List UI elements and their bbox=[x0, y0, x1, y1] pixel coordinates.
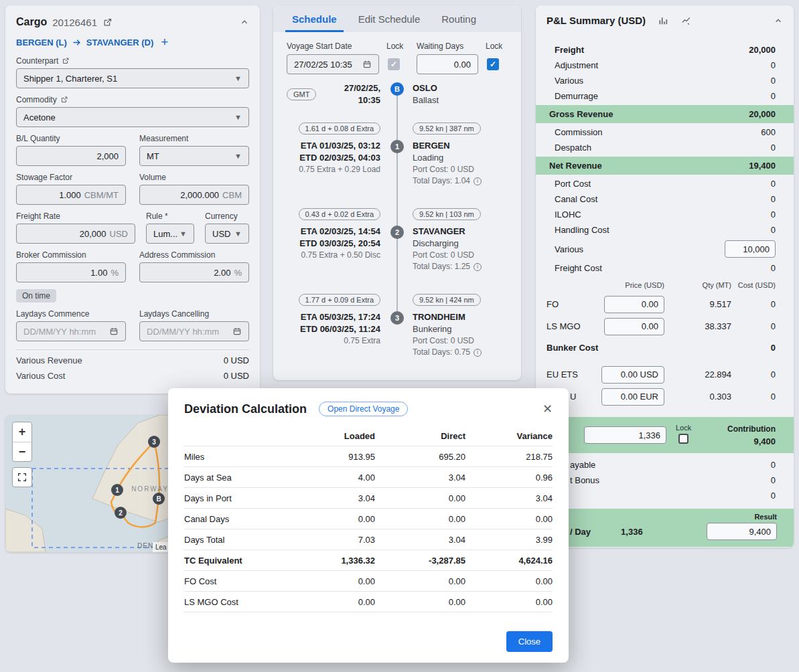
total-days: Total Days: 1.04 bbox=[413, 176, 470, 185]
various-cost-label: Various Cost bbox=[16, 371, 65, 381]
info-icon[interactable]: i bbox=[474, 177, 482, 185]
address-commission-input[interactable]: 2.00 % bbox=[139, 262, 249, 282]
currency-select[interactable]: USD ▼ bbox=[205, 224, 249, 244]
rule-label: Rule * bbox=[146, 212, 168, 221]
freight-rate-unit: USD bbox=[110, 229, 128, 239]
laydays-commence-input[interactable]: DD/MM/YY hh:mm bbox=[16, 321, 126, 341]
eta: ETA 01/03/25, 03:12 bbox=[287, 140, 380, 152]
result-header: Result bbox=[547, 513, 777, 521]
address-commission-value: 2.00 bbox=[214, 268, 230, 278]
bar-chart-icon[interactable] bbox=[658, 15, 668, 26]
tab-routing[interactable]: Routing bbox=[431, 5, 487, 32]
leg-speed-chip: 9.52 kn | 103 nm bbox=[413, 208, 481, 220]
pnl-row: Freight Cost0 bbox=[536, 260, 794, 276]
map-country-label: NORWAY bbox=[131, 485, 169, 493]
leg-duration-chip: 1.77 d + 0.09 d Extra bbox=[299, 294, 380, 306]
laydays-cancelling-input[interactable]: DD/MM/YY hh:mm bbox=[139, 321, 249, 341]
pnl-row: Freight20,000 bbox=[536, 42, 794, 58]
pnl-row-net-revenue: Net Revenue19,400 bbox=[536, 157, 794, 175]
calendar-icon[interactable] bbox=[232, 327, 242, 336]
table-row-tc-equivalent: TC Equivalent1,336.32-3,287.854,624.16 bbox=[184, 550, 553, 571]
open-counterpart-icon[interactable] bbox=[62, 57, 70, 65]
commodity-label: Commodity bbox=[16, 95, 57, 104]
info-icon[interactable]: i bbox=[474, 349, 482, 357]
counterpart-select[interactable]: Shipper 1, Charterer, S1 ▼ bbox=[16, 68, 249, 88]
timeline-leg: 1.77 d + 0.09 d Extra 9.52 kn | 424 nm bbox=[287, 294, 508, 306]
timeline-leg: 0.43 d + 0.02 d Extra 9.52 kn | 103 nm bbox=[287, 208, 508, 220]
open-cargo-icon[interactable] bbox=[102, 17, 113, 27]
broker-commission-input[interactable]: 1.00 % bbox=[16, 262, 126, 282]
route-to-link[interactable]: STAVANGER (D) bbox=[86, 37, 153, 48]
measurement-select[interactable]: MT ▼ bbox=[139, 146, 249, 166]
calendar-icon[interactable] bbox=[109, 327, 119, 336]
port-activity: Discharging bbox=[413, 238, 508, 250]
ets-row-partial: U 0.00 EUR 0.303 0 bbox=[547, 386, 776, 408]
route-from-link[interactable]: BERGEN (L) bbox=[16, 37, 67, 48]
line-chart-icon[interactable] bbox=[680, 15, 693, 26]
various-cost-input[interactable]: 10,000 bbox=[725, 240, 776, 258]
waiting-days-input[interactable]: 0.00 bbox=[417, 54, 478, 74]
port-name: OSLO bbox=[413, 82, 508, 94]
contribution-label: Contribution bbox=[727, 424, 776, 434]
eur-price-input[interactable]: 0.00 EUR bbox=[601, 388, 664, 406]
lsmgo-price-input[interactable]: 0.00 bbox=[604, 318, 664, 335]
timeline-stop-trondheim: ETA 05/03/25, 17:24 ETD 06/03/25, 11:24 … bbox=[287, 311, 508, 373]
address-commission-label: Address Commission bbox=[139, 250, 215, 260]
contribution-lock-checkbox[interactable] bbox=[678, 434, 688, 444]
freight-rate-input[interactable]: 20,000 USD bbox=[16, 224, 135, 244]
open-direct-voyage-button[interactable]: Open Direct Voyage bbox=[319, 402, 408, 416]
various-revenue-value: 0 USD bbox=[224, 355, 249, 365]
col-loaded: Loaded bbox=[285, 431, 375, 441]
leg-speed-chip: 9.52 kn | 424 nm bbox=[413, 294, 481, 306]
tce-input[interactable]: 1,336 bbox=[584, 426, 666, 444]
port-cost: Port Cost: 0 USD bbox=[413, 164, 508, 175]
zoom-out-button[interactable]: − bbox=[13, 442, 31, 461]
volume-input[interactable]: 2,000.000 CBM bbox=[139, 185, 249, 205]
close-icon[interactable]: ✕ bbox=[542, 403, 553, 415]
tab-edit-schedule[interactable]: Edit Schedule bbox=[348, 5, 431, 32]
voyage-start-label: Voyage Start Date bbox=[287, 41, 379, 51]
chevron-down-icon: ▼ bbox=[234, 152, 242, 160]
bl-quantity-input[interactable]: 2,000 bbox=[16, 146, 126, 166]
fo-price-input[interactable]: 0.00 bbox=[604, 296, 664, 313]
pnl-row: Commission600 bbox=[536, 124, 794, 140]
freight-rate-label: Freight Rate bbox=[16, 212, 60, 221]
counterpart-label: Counterpart bbox=[16, 56, 58, 66]
pnl-row: Port Cost0 bbox=[536, 176, 794, 191]
bunker-cost-total: Bunker Cost 0 bbox=[536, 337, 794, 355]
port-cost: Port Cost: 0 USD bbox=[413, 335, 508, 347]
modal-title: Deviation Calculation bbox=[184, 402, 307, 416]
svg-text:B: B bbox=[156, 495, 161, 503]
voyage-start-input[interactable]: 27/02/25 10:35 bbox=[287, 54, 379, 74]
pnl-row-partial: 0 bbox=[536, 488, 794, 503]
rule-select[interactable]: Lum... ▼ bbox=[146, 224, 194, 244]
table-row: Miles913.95695.20218.75 bbox=[184, 446, 553, 467]
open-commodity-icon[interactable] bbox=[60, 96, 68, 104]
stop-marker-3: 3 bbox=[390, 311, 404, 325]
zoom-in-button[interactable]: + bbox=[13, 422, 31, 442]
collapse-cargo-icon[interactable] bbox=[240, 17, 249, 27]
eu-ets-price-input[interactable]: 0.00 USD bbox=[601, 366, 664, 384]
map-marker-b: B bbox=[153, 493, 165, 505]
add-port-button[interactable]: + bbox=[161, 35, 168, 50]
etd: ETD 02/03/25, 04:03 bbox=[287, 152, 380, 164]
map-den-label: DEN bbox=[137, 542, 153, 550]
calendar-icon[interactable] bbox=[362, 60, 372, 69]
collapse-pnl-icon[interactable] bbox=[774, 16, 783, 25]
stowage-input[interactable]: 1.000 CBM/MT bbox=[16, 185, 126, 205]
measurement-label: Measurement bbox=[139, 134, 188, 143]
timezone-chip[interactable]: GMT bbox=[287, 88, 316, 100]
divider bbox=[16, 349, 249, 350]
result-input[interactable]: 9,400 bbox=[707, 523, 777, 540]
info-icon[interactable]: i bbox=[474, 263, 482, 271]
commodity-select[interactable]: Acetone ▼ bbox=[16, 107, 249, 127]
fullscreen-button[interactable] bbox=[12, 467, 32, 487]
tab-schedule[interactable]: Schedule bbox=[281, 5, 348, 32]
svg-text:1: 1 bbox=[115, 487, 119, 494]
close-button[interactable]: Close bbox=[506, 631, 553, 652]
pnl-row: Handling Cost0 bbox=[536, 222, 794, 238]
chevron-down-icon: ▼ bbox=[234, 113, 242, 121]
currency-value: USD bbox=[212, 229, 230, 239]
port-activity: Bunkering bbox=[413, 323, 508, 335]
waiting-days-lock-checkbox[interactable] bbox=[487, 58, 499, 70]
